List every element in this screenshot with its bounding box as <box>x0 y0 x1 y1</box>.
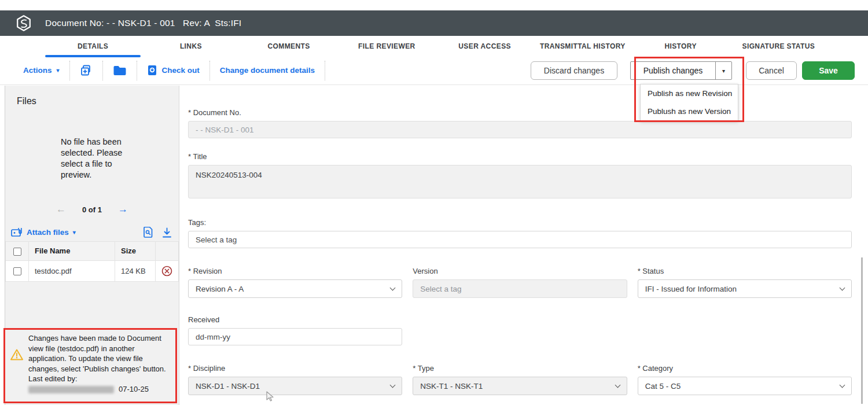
previous-page-arrow-icon[interactable]: ← <box>56 204 66 215</box>
actions-column-header <box>156 242 179 261</box>
last-edited-label: Last edited by: <box>28 374 78 383</box>
tab-file-reviewer[interactable]: FILE REVIEWER <box>338 36 436 57</box>
tab-signature-status[interactable]: SIGNATURE STATUS <box>730 36 827 57</box>
app-logo-icon <box>15 14 32 32</box>
view-file-changed-warning: Changes have been made to Document view … <box>3 328 177 403</box>
cancel-button[interactable]: Cancel <box>746 61 797 80</box>
received-field: Received <box>188 315 852 345</box>
save-button[interactable]: Save <box>802 61 855 80</box>
select-all-checkbox[interactable] <box>13 248 21 256</box>
discard-changes-button[interactable]: Discard changes <box>531 61 617 80</box>
folder-button[interactable] <box>113 65 127 76</box>
files-table-header: File Name Size <box>6 242 179 261</box>
document-no-input <box>188 121 852 138</box>
file-preview-icon[interactable] <box>143 227 153 238</box>
publish-changes-dropdown-toggle[interactable]: ▾ <box>715 62 731 79</box>
discipline-label: * Discipline <box>188 364 402 373</box>
file-row-checkbox[interactable] <box>13 267 21 275</box>
type-field: * Type NSK-T1 - NSK-T1 <box>413 364 627 395</box>
type-select[interactable]: NSK-T1 - NSK-T1 <box>413 377 627 395</box>
toolbar-divider <box>102 61 103 80</box>
status-field: * Status IFI - Issued for Information <box>638 267 852 298</box>
warning-message: Changes have been made to Document view … <box>28 334 166 373</box>
received-date-input[interactable] <box>188 328 402 345</box>
title-label: * Title <box>188 152 852 161</box>
title-input[interactable]: NSK20240513-004 <box>188 165 852 198</box>
version-input <box>413 279 627 298</box>
toolbar-divider <box>69 61 70 80</box>
revision-field: * Revision Revision A - A <box>188 267 402 298</box>
check-out-label: Check out <box>162 66 200 75</box>
status-select[interactable]: IFI - Issued for Information <box>638 279 852 298</box>
attach-files-button[interactable]: Attach files ▾ <box>11 228 76 237</box>
files-panel-title: Files <box>17 96 179 106</box>
next-page-arrow-icon[interactable]: → <box>118 204 128 215</box>
tab-user-access[interactable]: USER ACCESS <box>436 36 534 57</box>
chevron-down-icon: ▾ <box>722 68 725 74</box>
table-row: testdoc.pdf 124 KB <box>6 260 179 281</box>
change-document-details-button[interactable]: Change document details <box>220 66 315 75</box>
scrollbar[interactable] <box>861 257 863 404</box>
status-value: IFI - Issued for Information <box>645 285 737 293</box>
discipline-select[interactable]: NSK-D1 - NSK-D1 <box>188 377 402 395</box>
tags-field: Tags: <box>188 218 852 248</box>
delete-file-icon[interactable] <box>161 266 172 277</box>
type-label: * Type <box>413 364 627 373</box>
type-value: NSK-T1 - NSK-T1 <box>420 382 483 391</box>
document-no-field: * Document No. <box>188 108 852 138</box>
tab-details[interactable]: DETAILS <box>44 36 142 57</box>
publish-dropdown-menu: Publish as new Revision Publush as new V… <box>640 84 738 121</box>
warning-triangle-icon <box>10 348 24 361</box>
toolbar-divider <box>325 61 325 80</box>
copy-document-button[interactable] <box>80 64 93 77</box>
last-edited-date: 07-10-25 <box>119 385 149 393</box>
revision-version-status-row: * Revision Revision A - A Version * Stat… <box>188 267 852 298</box>
revision-value: Revision A - A <box>196 285 244 293</box>
app-header: Document No: - - NSK-D1 - 001 Rev: A Sts… <box>0 10 868 36</box>
menu-item-publish-as-new-version[interactable]: Publush as new Version <box>641 102 738 120</box>
title-field: * Title NSK20240513-004 <box>188 152 852 198</box>
attach-files-row: Attach files ▾ <box>5 223 179 241</box>
version-field: Version <box>413 267 627 298</box>
chevron-down-icon: ▾ <box>57 67 60 73</box>
actions-button-label: Actions <box>23 66 52 75</box>
pagination-label: 0 of 1 <box>82 205 102 214</box>
revision-label: * Revision <box>188 267 402 275</box>
chevron-down-icon <box>390 382 396 388</box>
version-label: Version <box>413 267 627 275</box>
toolbar-left-group: Actions ▾ Check out <box>0 61 335 80</box>
actions-button[interactable]: Actions ▾ <box>23 66 60 75</box>
file-name-cell[interactable]: testdoc.pdf <box>29 260 115 281</box>
mouse-cursor <box>265 391 274 403</box>
copy-plus-icon <box>80 64 93 77</box>
tab-links[interactable]: LINKS <box>142 36 240 57</box>
tags-input[interactable] <box>188 231 852 248</box>
file-size-cell: 124 KB <box>115 260 156 281</box>
revision-select[interactable]: Revision A - A <box>188 279 402 298</box>
redacted-editor-name <box>28 386 114 393</box>
toolbar: Actions ▾ Check out <box>0 56 868 85</box>
discipline-type-category-row: * Discipline NSK-D1 - NSK-D1 * Type NSK-… <box>188 364 852 395</box>
chevron-down-icon <box>615 382 620 388</box>
attach-files-icon <box>11 228 23 237</box>
change-document-details-label: Change document details <box>220 66 315 75</box>
tab-comments[interactable]: COMMENTS <box>240 36 338 57</box>
warning-text-block: Changes have been made to Document view … <box>28 333 172 399</box>
toolbar-divider <box>209 61 210 80</box>
download-icon[interactable] <box>162 227 172 238</box>
document-details-form: * Document No. * Title NSK20240513-004 T… <box>188 85 852 395</box>
tab-transmittal-history[interactable]: TRANSMITTAL HISTORY <box>534 36 631 57</box>
attach-files-label: Attach files <box>27 228 69 237</box>
file-name-column-header: File Name <box>29 242 115 261</box>
document-no-label: * Document No. <box>188 108 852 117</box>
check-out-button[interactable]: Check out <box>147 65 200 76</box>
publish-changes-button[interactable]: Publish changes <box>631 62 715 79</box>
category-select[interactable]: Cat 5 - C5 <box>638 377 852 395</box>
tab-history[interactable]: HISTORY <box>632 36 730 57</box>
file-pagination: ← 0 of 1 → <box>5 204 179 215</box>
tab-bar: DETAILS LINKS COMMENTS FILE REVIEWER USE… <box>0 36 868 57</box>
category-label: * Category <box>638 364 852 373</box>
size-column-header: Size <box>115 242 156 261</box>
menu-item-publish-as-new-revision[interactable]: Publish as new Revision <box>641 84 738 102</box>
toolbar-divider <box>137 61 137 80</box>
